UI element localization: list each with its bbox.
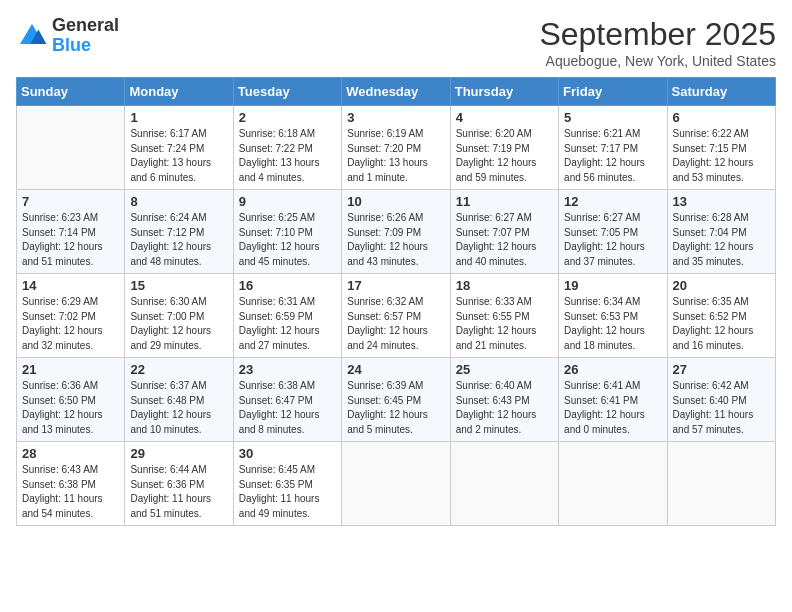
logo-blue-label: Blue [52, 36, 119, 56]
day-number: 9 [239, 194, 336, 209]
day-info: Sunrise: 6:39 AMSunset: 6:45 PMDaylight:… [347, 379, 444, 437]
col-header-friday: Friday [559, 78, 667, 106]
day-info: Sunrise: 6:21 AMSunset: 7:17 PMDaylight:… [564, 127, 661, 185]
day-cell: 20Sunrise: 6:35 AMSunset: 6:52 PMDayligh… [667, 274, 775, 358]
day-info: Sunrise: 6:37 AMSunset: 6:48 PMDaylight:… [130, 379, 227, 437]
day-info: Sunrise: 6:30 AMSunset: 7:00 PMDaylight:… [130, 295, 227, 353]
week-row-3: 14Sunrise: 6:29 AMSunset: 7:02 PMDayligh… [17, 274, 776, 358]
day-number: 28 [22, 446, 119, 461]
day-cell: 25Sunrise: 6:40 AMSunset: 6:43 PMDayligh… [450, 358, 558, 442]
day-cell: 18Sunrise: 6:33 AMSunset: 6:55 PMDayligh… [450, 274, 558, 358]
day-cell: 29Sunrise: 6:44 AMSunset: 6:36 PMDayligh… [125, 442, 233, 526]
day-info: Sunrise: 6:25 AMSunset: 7:10 PMDaylight:… [239, 211, 336, 269]
day-cell: 1Sunrise: 6:17 AMSunset: 7:24 PMDaylight… [125, 106, 233, 190]
day-cell: 22Sunrise: 6:37 AMSunset: 6:48 PMDayligh… [125, 358, 233, 442]
day-info: Sunrise: 6:43 AMSunset: 6:38 PMDaylight:… [22, 463, 119, 521]
day-cell [17, 106, 125, 190]
day-cell: 2Sunrise: 6:18 AMSunset: 7:22 PMDaylight… [233, 106, 341, 190]
day-info: Sunrise: 6:42 AMSunset: 6:40 PMDaylight:… [673, 379, 770, 437]
day-number: 16 [239, 278, 336, 293]
day-cell: 30Sunrise: 6:45 AMSunset: 6:35 PMDayligh… [233, 442, 341, 526]
col-header-wednesday: Wednesday [342, 78, 450, 106]
day-number: 14 [22, 278, 119, 293]
day-number: 27 [673, 362, 770, 377]
day-number: 13 [673, 194, 770, 209]
day-cell: 23Sunrise: 6:38 AMSunset: 6:47 PMDayligh… [233, 358, 341, 442]
calendar-header: SundayMondayTuesdayWednesdayThursdayFrid… [17, 78, 776, 106]
day-info: Sunrise: 6:17 AMSunset: 7:24 PMDaylight:… [130, 127, 227, 185]
day-number: 17 [347, 278, 444, 293]
day-info: Sunrise: 6:36 AMSunset: 6:50 PMDaylight:… [22, 379, 119, 437]
day-cell: 6Sunrise: 6:22 AMSunset: 7:15 PMDaylight… [667, 106, 775, 190]
col-header-tuesday: Tuesday [233, 78, 341, 106]
day-number: 21 [22, 362, 119, 377]
day-number: 10 [347, 194, 444, 209]
day-cell: 15Sunrise: 6:30 AMSunset: 7:00 PMDayligh… [125, 274, 233, 358]
day-cell [342, 442, 450, 526]
day-number: 26 [564, 362, 661, 377]
day-cell: 3Sunrise: 6:19 AMSunset: 7:20 PMDaylight… [342, 106, 450, 190]
day-cell: 7Sunrise: 6:23 AMSunset: 7:14 PMDaylight… [17, 190, 125, 274]
col-header-thursday: Thursday [450, 78, 558, 106]
day-info: Sunrise: 6:41 AMSunset: 6:41 PMDaylight:… [564, 379, 661, 437]
day-number: 20 [673, 278, 770, 293]
location-subtitle: Aquebogue, New York, United States [539, 53, 776, 69]
day-info: Sunrise: 6:26 AMSunset: 7:09 PMDaylight:… [347, 211, 444, 269]
month-title: September 2025 [539, 16, 776, 53]
day-number: 29 [130, 446, 227, 461]
week-row-1: 1Sunrise: 6:17 AMSunset: 7:24 PMDaylight… [17, 106, 776, 190]
day-number: 1 [130, 110, 227, 125]
day-number: 30 [239, 446, 336, 461]
day-number: 25 [456, 362, 553, 377]
col-header-sunday: Sunday [17, 78, 125, 106]
day-cell: 28Sunrise: 6:43 AMSunset: 6:38 PMDayligh… [17, 442, 125, 526]
day-cell [667, 442, 775, 526]
day-number: 24 [347, 362, 444, 377]
day-info: Sunrise: 6:34 AMSunset: 6:53 PMDaylight:… [564, 295, 661, 353]
day-cell: 27Sunrise: 6:42 AMSunset: 6:40 PMDayligh… [667, 358, 775, 442]
day-info: Sunrise: 6:20 AMSunset: 7:19 PMDaylight:… [456, 127, 553, 185]
day-cell: 21Sunrise: 6:36 AMSunset: 6:50 PMDayligh… [17, 358, 125, 442]
day-cell: 9Sunrise: 6:25 AMSunset: 7:10 PMDaylight… [233, 190, 341, 274]
day-cell: 17Sunrise: 6:32 AMSunset: 6:57 PMDayligh… [342, 274, 450, 358]
day-info: Sunrise: 6:23 AMSunset: 7:14 PMDaylight:… [22, 211, 119, 269]
day-info: Sunrise: 6:22 AMSunset: 7:15 PMDaylight:… [673, 127, 770, 185]
day-number: 8 [130, 194, 227, 209]
day-cell: 16Sunrise: 6:31 AMSunset: 6:59 PMDayligh… [233, 274, 341, 358]
day-number: 22 [130, 362, 227, 377]
day-info: Sunrise: 6:44 AMSunset: 6:36 PMDaylight:… [130, 463, 227, 521]
calendar: SundayMondayTuesdayWednesdayThursdayFrid… [16, 77, 776, 526]
day-cell: 12Sunrise: 6:27 AMSunset: 7:05 PMDayligh… [559, 190, 667, 274]
day-info: Sunrise: 6:32 AMSunset: 6:57 PMDaylight:… [347, 295, 444, 353]
day-cell: 11Sunrise: 6:27 AMSunset: 7:07 PMDayligh… [450, 190, 558, 274]
day-number: 11 [456, 194, 553, 209]
day-cell: 5Sunrise: 6:21 AMSunset: 7:17 PMDaylight… [559, 106, 667, 190]
day-info: Sunrise: 6:40 AMSunset: 6:43 PMDaylight:… [456, 379, 553, 437]
day-info: Sunrise: 6:19 AMSunset: 7:20 PMDaylight:… [347, 127, 444, 185]
day-info: Sunrise: 6:38 AMSunset: 6:47 PMDaylight:… [239, 379, 336, 437]
day-number: 5 [564, 110, 661, 125]
day-cell [450, 442, 558, 526]
day-number: 4 [456, 110, 553, 125]
logo-text: General Blue [52, 16, 119, 56]
day-info: Sunrise: 6:35 AMSunset: 6:52 PMDaylight:… [673, 295, 770, 353]
col-header-monday: Monday [125, 78, 233, 106]
col-header-saturday: Saturday [667, 78, 775, 106]
logo-icon [16, 20, 48, 52]
day-cell: 4Sunrise: 6:20 AMSunset: 7:19 PMDaylight… [450, 106, 558, 190]
day-cell: 13Sunrise: 6:28 AMSunset: 7:04 PMDayligh… [667, 190, 775, 274]
day-number: 3 [347, 110, 444, 125]
day-cell: 26Sunrise: 6:41 AMSunset: 6:41 PMDayligh… [559, 358, 667, 442]
week-row-4: 21Sunrise: 6:36 AMSunset: 6:50 PMDayligh… [17, 358, 776, 442]
day-info: Sunrise: 6:29 AMSunset: 7:02 PMDaylight:… [22, 295, 119, 353]
day-info: Sunrise: 6:24 AMSunset: 7:12 PMDaylight:… [130, 211, 227, 269]
week-row-2: 7Sunrise: 6:23 AMSunset: 7:14 PMDaylight… [17, 190, 776, 274]
day-number: 6 [673, 110, 770, 125]
day-number: 12 [564, 194, 661, 209]
day-cell: 8Sunrise: 6:24 AMSunset: 7:12 PMDaylight… [125, 190, 233, 274]
day-cell: 24Sunrise: 6:39 AMSunset: 6:45 PMDayligh… [342, 358, 450, 442]
day-info: Sunrise: 6:31 AMSunset: 6:59 PMDaylight:… [239, 295, 336, 353]
day-info: Sunrise: 6:27 AMSunset: 7:05 PMDaylight:… [564, 211, 661, 269]
header: General Blue September 2025 Aquebogue, N… [16, 16, 776, 69]
calendar-body: 1Sunrise: 6:17 AMSunset: 7:24 PMDaylight… [17, 106, 776, 526]
